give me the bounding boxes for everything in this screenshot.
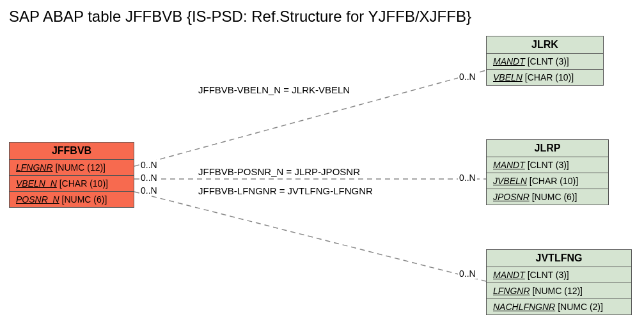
entity-jlrp-field: JVBELN [CHAR (10)]: [487, 173, 608, 189]
entity-jlrp-header: JLRP: [487, 140, 608, 157]
field-type: [NUMC (2)]: [558, 302, 603, 312]
entity-jvtlfng-header: JVTLFNG: [487, 250, 631, 267]
field-type: [NUMC (12)]: [55, 162, 106, 173]
field-type: [NUMC (12)]: [532, 286, 583, 296]
field-name: LFNGNR: [493, 286, 530, 296]
entity-jvtlfng: JVTLFNG MANDT [CLNT (3)] LFNGNR [NUMC (1…: [486, 249, 632, 315]
field-name: MANDT: [493, 160, 525, 170]
field-name: LFNGNR: [16, 162, 53, 173]
entity-jvtlfng-field: NACHLFNGNR [NUMC (2)]: [487, 299, 631, 314]
page-title: SAP ABAP table JFFBVB {IS-PSD: Ref.Struc…: [9, 8, 471, 26]
entity-jffbvb-field: VBELN_N [CHAR (10)]: [10, 176, 134, 192]
field-type: [CHAR (10)]: [530, 176, 578, 186]
entity-jffbvb-field: POSNR_N [NUMC (6)]: [10, 192, 134, 207]
entity-jvtlfng-field: LFNGNR [NUMC (12)]: [487, 283, 631, 299]
entity-jlrp-field: MANDT [CLNT (3)]: [487, 157, 608, 173]
entity-jlrk-field: VBELN [CHAR (10)]: [487, 70, 603, 85]
cardinality: 0..N: [458, 72, 477, 82]
entity-jffbvb-field: LFNGNR [NUMC (12)]: [10, 160, 134, 176]
field-type: [CLNT (3)]: [528, 270, 569, 280]
entity-jlrk-header: JLRK: [487, 36, 603, 54]
relation-label-3: JFFBVB-LFNGNR = JVTLFNG-LFNGNR: [197, 185, 374, 196]
cardinality: 0..N: [139, 173, 159, 183]
field-name: MANDT: [493, 270, 525, 280]
cardinality: 0..N: [139, 185, 159, 196]
field-type: [CLNT (3)]: [528, 160, 569, 170]
field-name: VBELN: [493, 72, 522, 82]
field-name: VBELN_N: [16, 178, 57, 189]
field-type: [NUMC (6)]: [62, 194, 107, 205]
entity-jlrk: JLRK MANDT [CLNT (3)] VBELN [CHAR (10)]: [486, 36, 604, 86]
field-name: MANDT: [493, 56, 525, 66]
field-type: [CHAR (10)]: [525, 72, 574, 82]
entity-jffbvb-header: JFFBVB: [10, 143, 134, 160]
field-type: [NUMC (6)]: [532, 192, 577, 202]
field-name: JPOSNR: [493, 192, 530, 202]
entity-jlrk-field: MANDT [CLNT (3)]: [487, 54, 603, 70]
field-type: [CLNT (3)]: [528, 56, 569, 66]
relation-label-1: JFFBVB-VBELN_N = JLRK-VBELN: [197, 84, 351, 95]
entity-jvtlfng-field: MANDT [CLNT (3)]: [487, 267, 631, 283]
entity-jlrp-field: JPOSNR [NUMC (6)]: [487, 189, 608, 205]
field-type: [CHAR (10)]: [59, 178, 108, 189]
cardinality: 0..N: [458, 268, 477, 279]
field-name: POSNR_N: [16, 194, 59, 205]
svg-line-2: [134, 192, 486, 281]
field-name: NACHLFNGNR: [493, 302, 555, 312]
entity-jlrp: JLRP MANDT [CLNT (3)] JVBELN [CHAR (10)]…: [486, 139, 609, 205]
entity-jffbvb: JFFBVB LFNGNR [NUMC (12)] VBELN_N [CHAR …: [9, 142, 134, 208]
field-name: JVBELN: [493, 176, 527, 186]
cardinality: 0..N: [458, 173, 477, 183]
relation-label-2: JFFBVB-POSNR_N = JLRP-JPOSNR: [197, 166, 361, 177]
cardinality: 0..N: [139, 160, 159, 170]
